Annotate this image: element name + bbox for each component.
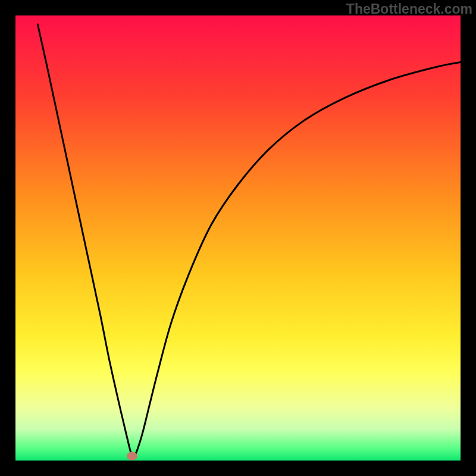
watermark-text: TheBottleneck.com <box>346 1 472 17</box>
optimum-marker <box>127 452 137 461</box>
bottleneck-chart <box>0 0 476 476</box>
chart-container: { "watermark": "TheBottleneck.com", "cha… <box>0 0 476 476</box>
gradient-background <box>15 15 461 461</box>
